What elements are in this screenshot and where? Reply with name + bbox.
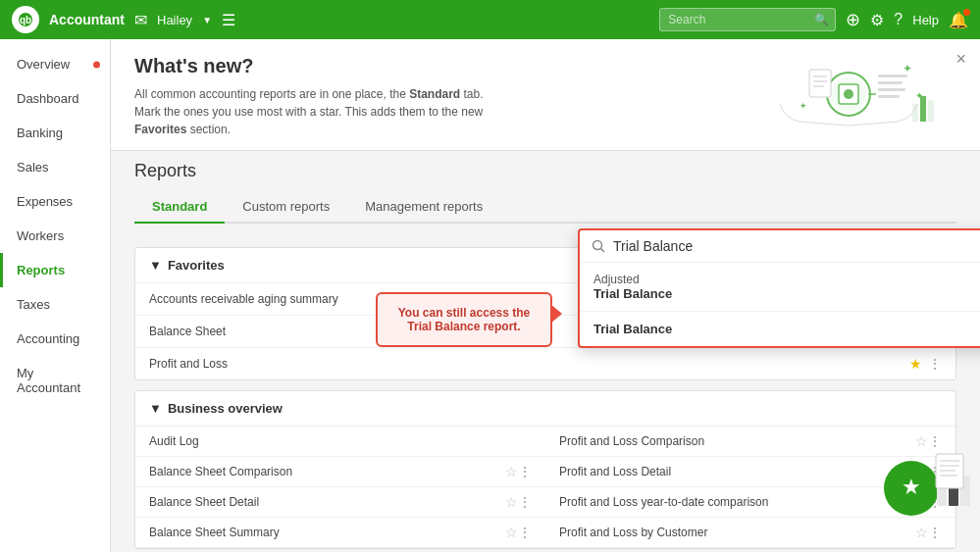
report-row: Profit and Loss ★ ⋮ — [135, 348, 955, 379]
svg-text:✦: ✦ — [799, 101, 807, 111]
svg-rect-8 — [878, 88, 905, 91]
report-name-bsdetail[interactable]: Balance Sheet Detail — [149, 495, 505, 509]
star-icon[interactable]: ☆ — [505, 525, 518, 540]
svg-point-20 — [593, 241, 602, 250]
user-menu[interactable]: Hailey — [157, 13, 192, 27]
report-name-plcust[interactable]: Profit and Loss by Customer — [559, 526, 915, 539]
sidebar-label-accounting: Accounting — [17, 331, 79, 346]
sidebar-item-taxes[interactable]: Taxes — [0, 287, 110, 322]
search-result-sub-1: Adjusted — [593, 273, 980, 286]
business-overview-title: Business overview — [168, 401, 283, 416]
star-icon[interactable]: ☆ — [915, 525, 928, 540]
whats-new-illustration: ✦ ✦ ✦ — [741, 55, 956, 133]
more-icon[interactable]: ⋮ — [518, 464, 532, 479]
bell-wrapper: 🔔 — [949, 11, 968, 29]
svg-rect-10 — [809, 70, 831, 97]
plus-icon[interactable]: ⊕ — [846, 9, 860, 30]
search-icon: 🔍 — [814, 13, 829, 26]
svg-rect-9 — [878, 95, 900, 98]
gear-icon[interactable]: ⚙ — [870, 11, 884, 29]
nav-left: qb Accountant ✉ Hailey ▼ ☰ — [12, 6, 235, 33]
sidebar-item-workers[interactable]: Workers — [0, 219, 110, 253]
favorites-title: Favorites — [168, 258, 225, 273]
hamburger-icon[interactable]: ☰ — [222, 11, 235, 29]
report-name-bscomp[interactable]: Balance Sheet Comparison — [149, 465, 505, 478]
svg-line-21 — [601, 249, 605, 253]
tab-standard[interactable]: Standard — [134, 191, 225, 224]
tab-management-reports[interactable]: Management reports — [347, 191, 500, 224]
tab-custom-reports[interactable]: Custom reports — [225, 191, 347, 224]
col-report-row: Balance Sheet Comparison ☆ ⋮ — [135, 457, 545, 487]
report-actions: ★ ⋮ — [909, 356, 942, 372]
two-col-layout: Audit Log Profit and Loss Comparison ☆ ⋮… — [135, 427, 955, 548]
report-name-plytd[interactable]: Profit and Loss year-to-date comparison — [559, 495, 915, 509]
more-icon[interactable]: ⋮ — [518, 525, 532, 540]
more-icon[interactable]: ⋮ — [928, 525, 942, 540]
whats-new-title: What's new? — [134, 55, 721, 77]
more-icon-pl[interactable]: ⋮ — [928, 356, 942, 372]
sidebar-item-expenses[interactable]: Expenses — [0, 184, 110, 219]
sidebar: Overview Dashboard Banking Sales Expense… — [0, 39, 111, 552]
star-icon-pl[interactable]: ★ — [909, 356, 922, 372]
notification-dot — [963, 9, 970, 16]
col-report-row: Balance Sheet Detail ☆ ⋮ — [135, 487, 545, 518]
tooltip-popup: You can still access the Trial Balance r… — [376, 292, 552, 347]
star-icon[interactable]: ☆ — [505, 494, 518, 510]
nav-search-input[interactable] — [659, 8, 836, 31]
user-chevron[interactable]: ▼ — [202, 15, 212, 25]
tabs-bar: Standard Custom reports Management repor… — [134, 191, 956, 224]
question-icon[interactable]: ? — [894, 11, 903, 28]
more-icon[interactable]: ⋮ — [518, 494, 532, 510]
search-overlay-field[interactable] — [613, 238, 980, 254]
reports-header: Reports Standard Custom reports Manageme… — [111, 151, 980, 224]
sidebar-label-overview: Overview — [17, 57, 70, 72]
search-wrapper: 🔍 — [659, 8, 836, 31]
sidebar-label-dashboard: Dashboard — [17, 91, 79, 106]
sidebar-item-overview[interactable]: Overview — [0, 47, 110, 81]
search-overlay-input-row — [580, 230, 980, 263]
search-result-adjusted[interactable]: Adjusted Trial Balance — [580, 263, 980, 312]
svg-rect-18 — [920, 96, 926, 122]
sidebar-label-banking: Banking — [17, 125, 63, 140]
app-brand: Accountant — [49, 12, 125, 27]
sidebar-item-dashboard[interactable]: Dashboard — [0, 81, 110, 116]
sidebar-item-sales[interactable]: Sales — [0, 150, 110, 184]
whats-new-text: What's new? All common accounting report… — [134, 55, 721, 138]
mail-icon[interactable]: ✉ — [134, 11, 147, 29]
col-report-row: Balance Sheet Summary ☆ ⋮ — [135, 518, 545, 548]
sidebar-label-sales: Sales — [17, 160, 49, 175]
sidebar-item-accounting[interactable]: Accounting — [0, 322, 110, 356]
report-name-audit[interactable]: Audit Log — [149, 434, 532, 448]
close-button[interactable]: × — [955, 49, 966, 70]
svg-text:★: ★ — [902, 475, 921, 499]
sidebar-label-reports: Reports — [17, 263, 65, 277]
sidebar-label-taxes: Taxes — [17, 297, 50, 312]
report-name-plcomp[interactable]: Profit and Loss Comparison — [559, 434, 915, 448]
svg-text:qb: qb — [20, 15, 31, 25]
sidebar-item-banking[interactable]: Banking — [0, 116, 110, 150]
favorites-chevron: ▼ — [149, 258, 162, 273]
overview-dot — [93, 61, 100, 68]
report-name-pldetail[interactable]: Profit and Loss Detail — [559, 465, 915, 478]
search-result-trial-balance[interactable]: Trial Balance — [580, 312, 980, 346]
whats-new-description: All common accounting reports are in one… — [134, 85, 488, 138]
whats-new-banner: What's new? All common accounting report… — [111, 39, 980, 151]
search-overlay-icon — [592, 239, 605, 253]
business-overview-section: ▼ Business overview Audit Log Profit and… — [134, 390, 956, 549]
sidebar-item-reports[interactable]: Reports — [0, 253, 110, 287]
main-layout: Overview Dashboard Banking Sales Expense… — [0, 39, 980, 552]
search-overlay: Adjusted Trial Balance Trial Balance — [578, 228, 980, 348]
qb-logo[interactable]: qb — [12, 6, 39, 33]
top-nav: qb Accountant ✉ Hailey ▼ ☰ 🔍 ⊕ ⚙ ? Help … — [0, 0, 980, 39]
svg-rect-7 — [878, 81, 903, 84]
help-label: Help — [912, 13, 939, 27]
bottom-illustration: ★ — [882, 434, 970, 523]
nav-right: 🔍 ⊕ ⚙ ? Help 🔔 — [659, 8, 968, 31]
reports-title: Reports — [134, 161, 956, 181]
sidebar-label-expenses: Expenses — [17, 194, 73, 209]
search-result-main-2: Trial Balance — [593, 322, 980, 336]
business-overview-header[interactable]: ▼ Business overview — [135, 391, 955, 427]
sidebar-item-my-accountant[interactable]: My Accountant — [0, 356, 110, 405]
star-icon[interactable]: ☆ — [505, 464, 518, 479]
report-name-bssummary[interactable]: Balance Sheet Summary — [149, 526, 505, 539]
